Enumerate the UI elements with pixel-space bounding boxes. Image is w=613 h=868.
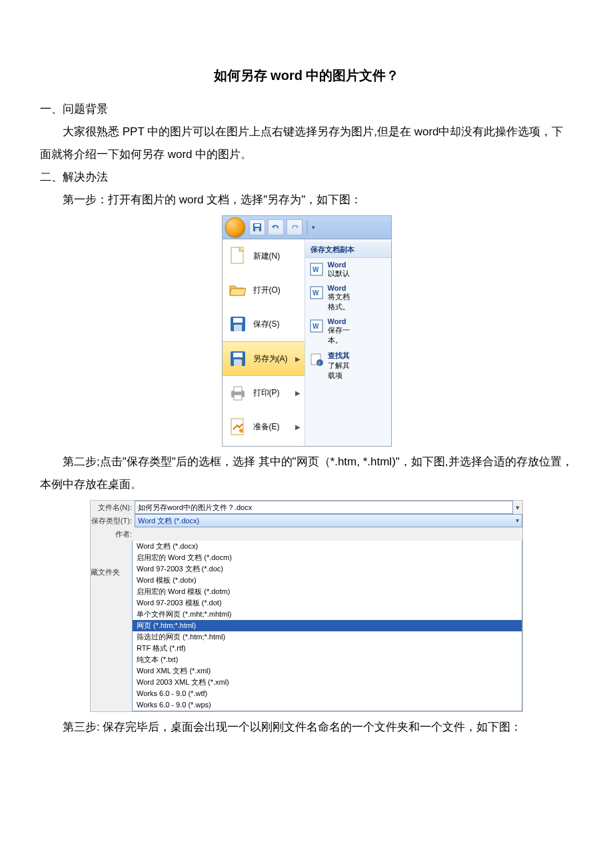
svg-rect-12	[234, 395, 242, 400]
word-doc-icon: W	[309, 319, 324, 333]
svg-text:W: W	[312, 289, 319, 297]
figure-2-wrapper: 文件名(N): 如何另存word中的图片文件？.docx ▾ 保存类型(T): …	[40, 500, 573, 712]
menu-item-print-label: 打印(P)	[253, 387, 280, 399]
filetype-option[interactable]: Word 模板 (*.dotx)	[133, 575, 522, 586]
filetype-label: 保存类型(T):	[91, 516, 135, 526]
submenu-arrow-icon: ▶	[295, 355, 301, 363]
filetype-option[interactable]: Word 2003 XML 文档 (*.xml)	[133, 677, 522, 688]
filetype-option-list[interactable]: Word 文档 (*.docx)启用宏的 Word 文档 (*.docm)Wor…	[132, 541, 522, 711]
menu-item-saveas-label: 另存为(A)	[253, 353, 288, 365]
save-dialog: 文件名(N): 如何另存word中的图片文件？.docx ▾ 保存类型(T): …	[90, 500, 523, 712]
step-1-text: 第一步：打开有图片的 word 文档，选择"另存为"，如下图：	[40, 189, 573, 211]
menu-item-prepare[interactable]: 准备(E) ▶	[223, 410, 305, 444]
filetype-option[interactable]: Word 97-2003 模板 (*.dot)	[133, 597, 522, 609]
submenu-arrow-icon: ▶	[295, 423, 301, 431]
svg-rect-1	[255, 224, 260, 227]
svg-rect-8	[233, 353, 243, 357]
word-title-bar: ▾	[223, 216, 391, 239]
quick-access-toolbar: ▾	[249, 219, 315, 235]
save-icon	[253, 223, 262, 232]
right-item-find-addins[interactable]: i 查找其了解其载项	[305, 348, 391, 383]
menu-item-save[interactable]: 保存(S)	[223, 307, 305, 341]
office-menu-left: 新建(N) 打开(O) 保存(S) 另存为(A) ▶	[223, 239, 305, 446]
filename-input[interactable]: 如何另存word中的图片文件？.docx	[135, 501, 513, 514]
filetype-combobox[interactable]: Word 文档 (*.docx)▾	[135, 514, 522, 527]
saveas-disk-icon	[228, 349, 248, 369]
word-office-menu: ▾ 新建(N) 打开(O) 保存(S)	[222, 215, 392, 447]
svg-rect-11	[234, 387, 242, 392]
filetype-option[interactable]: 单个文件网页 (*.mht;*.mhtml)	[133, 609, 522, 620]
undo-icon	[271, 223, 281, 232]
qat-save-button[interactable]	[249, 219, 265, 235]
step-2-text: 第二步;点击"保存类型"后的选框，选择 其中的"网页（*.htm, *.html…	[40, 451, 573, 496]
word-doc-icon: W	[309, 285, 324, 300]
step-3-text: 第三步: 保存完毕后，桌面会出现一个以刚刚文件名命名的一个文件夹和一个文件，如下…	[40, 716, 573, 739]
filetype-option[interactable]: Word XML 文档 (*.xml)	[133, 665, 522, 677]
qat-separator	[306, 221, 308, 234]
filetype-option[interactable]: Word 97-2003 文档 (*.doc)	[133, 563, 522, 575]
svg-text:W: W	[312, 323, 319, 330]
svg-point-14	[239, 429, 243, 433]
office-menu-right: 保存文档副本 W Word以默认 W Word将文档格式。 W Word保存一本…	[305, 239, 391, 446]
right-item-word-copy[interactable]: W Word保存一本。	[305, 315, 391, 348]
right-panel-header: 保存文档副本	[305, 242, 391, 258]
qat-dropdown-icon[interactable]: ▾	[312, 224, 315, 231]
menu-item-open[interactable]: 打开(O)	[223, 273, 305, 307]
hide-folders-label: 藏文件夹	[91, 567, 120, 577]
filename-label: 文件名(N):	[91, 503, 135, 513]
new-doc-icon	[228, 246, 248, 266]
svg-rect-9	[234, 359, 242, 366]
printer-icon	[228, 383, 248, 403]
qat-redo-button[interactable]	[287, 219, 303, 235]
menu-item-prepare-label: 准备(E)	[253, 421, 280, 433]
svg-text:i: i	[318, 360, 320, 366]
filetype-option[interactable]: 启用宏的 Word 模板 (*.dotm)	[133, 586, 522, 597]
menu-item-saveas[interactable]: 另存为(A) ▶	[223, 341, 305, 376]
filetype-option[interactable]: 筛选过的网页 (*.htm;*.html)	[133, 631, 522, 643]
section-2-heading: 二、解决办法	[40, 166, 573, 189]
filename-dropdown-icon[interactable]: ▾	[513, 503, 522, 512]
word-doc-icon: W	[309, 262, 324, 277]
author-row: 作者:	[91, 527, 522, 541]
svg-point-22	[316, 359, 323, 366]
menu-item-open-label: 打开(O)	[253, 285, 281, 296]
page-title: 如何另存 word 中的图片文件？	[40, 67, 573, 85]
filename-row: 文件名(N): 如何另存word中的图片文件？.docx ▾	[91, 501, 522, 514]
open-folder-icon	[228, 280, 248, 300]
menu-item-new[interactable]: 新建(N)	[223, 239, 305, 273]
addins-icon: i	[309, 352, 324, 367]
redo-icon	[290, 223, 299, 232]
filetype-option[interactable]: Word 文档 (*.docx)	[133, 541, 522, 552]
filetype-option[interactable]: 启用宏的 Word 文档 (*.docm)	[133, 552, 522, 563]
office-orb-icon[interactable]	[225, 217, 245, 237]
svg-rect-5	[233, 318, 243, 323]
menu-item-new-label: 新建(N)	[253, 251, 281, 262]
right-item-word-default[interactable]: W Word以默认	[305, 258, 391, 281]
author-label: 作者:	[91, 529, 135, 539]
filetype-option[interactable]: 网页 (*.htm;*.html)	[133, 620, 522, 631]
submenu-arrow-icon: ▶	[295, 389, 301, 397]
section-1-heading: 一、问题背景	[40, 98, 573, 121]
filetype-row: 保存类型(T): Word 文档 (*.docx)▾	[91, 514, 522, 527]
right-item-word-compat[interactable]: W Word将文档格式。	[305, 281, 391, 315]
menu-item-print[interactable]: 打印(P) ▶	[223, 376, 305, 410]
document-page: 如何另存 word 中的图片文件？ 一、问题背景 大家很熟悉 PPT 中的图片可…	[0, 0, 613, 779]
svg-text:W: W	[312, 266, 319, 273]
filetype-option[interactable]: RTF 格式 (*.rtf)	[133, 643, 522, 654]
prepare-icon	[228, 417, 248, 437]
paragraph-1: 大家很熟悉 PPT 中的图片可以在图片上点右键选择另存为图片,但是在 word中…	[40, 121, 573, 166]
office-menu-body: 新建(N) 打开(O) 保存(S) 另存为(A) ▶	[223, 239, 391, 446]
svg-rect-6	[234, 325, 242, 331]
filetype-option[interactable]: 纯文本 (*.txt)	[133, 654, 522, 665]
save-disk-icon	[228, 314, 248, 334]
svg-rect-2	[255, 228, 259, 231]
filetype-option[interactable]: Works 6.0 - 9.0 (*.wps)	[133, 699, 522, 711]
figure-1-wrapper: ▾ 新建(N) 打开(O) 保存(S)	[40, 215, 573, 447]
qat-undo-button[interactable]	[268, 219, 284, 235]
filetype-option[interactable]: Works 6.0 - 9.0 (*.wtf)	[133, 688, 522, 699]
menu-item-save-label: 保存(S)	[253, 319, 280, 330]
chevron-down-icon: ▾	[516, 515, 519, 527]
